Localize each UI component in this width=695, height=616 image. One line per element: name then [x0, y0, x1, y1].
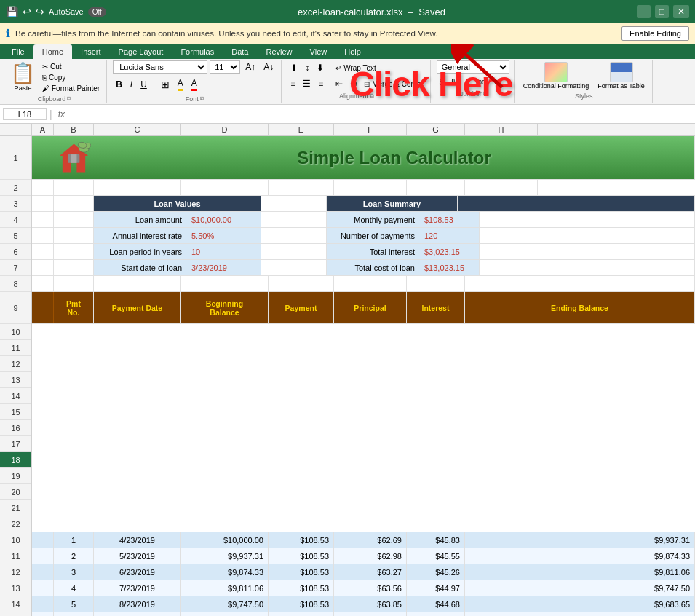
cell-e7[interactable] — [261, 260, 327, 275]
total-cost-label[interactable]: Total cost of loan — [327, 260, 421, 275]
total-interest-label[interactable]: Total interest — [327, 244, 421, 259]
row-2[interactable]: 2 — [0, 180, 31, 196]
cell-f2[interactable] — [334, 180, 407, 195]
cell-b7[interactable] — [54, 260, 94, 275]
total-interest-value[interactable]: $3,023.15 — [421, 244, 480, 259]
cell-begin-0[interactable]: $10,000.00 — [181, 532, 269, 548]
cell-a2[interactable] — [32, 180, 54, 195]
row-21[interactable]: 21 — [0, 500, 31, 516]
clipboard-expand-icon[interactable]: ⧉ — [67, 95, 71, 103]
number-format-select[interactable]: General — [437, 60, 509, 74]
cell-h6[interactable] — [480, 244, 695, 259]
col-header-c[interactable]: C — [94, 124, 181, 135]
paste-button[interactable]: 📋 Paste — [7, 62, 39, 93]
fill-color-button[interactable]: A — [175, 76, 186, 92]
cell-c8[interactable] — [94, 276, 181, 291]
cell-a4[interactable] — [32, 212, 54, 227]
cell-principal-2[interactable]: $63.27 — [334, 564, 407, 580]
cell-interest-0[interactable]: $45.83 — [407, 532, 465, 548]
cell-date-3[interactable]: 7/23/2019 — [94, 580, 181, 596]
cell-interest-5[interactable]: $44.38 — [407, 612, 465, 616]
tab-file[interactable]: File — [3, 44, 33, 59]
th-beginning-balance[interactable]: BeginningBalance — [181, 292, 269, 323]
cell-date-1[interactable]: 5/23/2019 — [94, 548, 181, 564]
start-date-label[interactable]: Start date of loan — [94, 260, 188, 275]
loan-amount-value[interactable]: $10,000.00 — [188, 212, 261, 227]
row-19[interactable]: 19 — [0, 468, 31, 484]
cell-interest-2[interactable]: $45.26 — [407, 564, 465, 580]
annual-rate-value[interactable]: 5.50% — [188, 228, 261, 243]
cell-b3[interactable] — [54, 196, 94, 211]
borders-button[interactable]: ⊞ — [158, 77, 172, 92]
increase-decimal-button[interactable]: .00 — [474, 77, 489, 87]
tab-formulas[interactable]: Formulas — [172, 44, 223, 59]
cell-principal-5[interactable]: $64.14 — [334, 612, 407, 616]
row-22[interactable]: 22 — [0, 516, 31, 532]
cell-principal-3[interactable]: $63.56 — [334, 580, 407, 596]
col-header-d[interactable]: D — [181, 124, 269, 135]
row-11[interactable]: 11 — [0, 340, 31, 356]
cell-a3[interactable] — [32, 196, 54, 211]
cell-begin-1[interactable]: $9,937.31 — [181, 548, 269, 564]
wrap-text-button[interactable]: ↵ Wrap Text — [333, 63, 378, 73]
format-painter-button[interactable]: 🖌 Format Painter — [40, 84, 102, 93]
cell-a-r2[interactable] — [32, 564, 54, 580]
cell-b1[interactable] — [54, 136, 94, 179]
cell-a8[interactable] — [32, 276, 54, 291]
close-icon[interactable]: ✕ — [673, 5, 689, 18]
cell-payment-0[interactable]: $108.53 — [269, 532, 334, 548]
col-header-b[interactable]: B — [54, 124, 94, 135]
formula-input[interactable] — [71, 108, 692, 120]
row-13[interactable]: 13 — [0, 372, 31, 388]
cell-date-0[interactable]: 4/23/2019 — [94, 532, 181, 548]
tab-view[interactable]: View — [301, 44, 336, 59]
loan-period-value[interactable]: 10 — [188, 244, 261, 259]
minimize-icon[interactable]: – — [637, 5, 651, 18]
cell-a5[interactable] — [32, 228, 54, 243]
row-17[interactable]: 17 — [0, 436, 31, 452]
cell-e6[interactable] — [261, 244, 327, 259]
cell-a-r0[interactable] — [32, 532, 54, 548]
cell-e5[interactable] — [261, 228, 327, 243]
cell-c2[interactable] — [94, 180, 181, 195]
align-left-button[interactable]: ≡ — [287, 76, 298, 91]
cell-payment-2[interactable]: $108.53 — [269, 564, 334, 580]
row-3[interactable]: 3 — [0, 196, 31, 212]
cell-b4[interactable] — [54, 212, 94, 227]
cell-h4[interactable] — [480, 212, 695, 227]
tab-help[interactable]: Help — [335, 44, 370, 59]
save-icon[interactable]: 💾 — [6, 6, 18, 17]
th-payment[interactable]: Payment — [269, 292, 334, 323]
font-name-select[interactable]: Lucida Sans — [113, 60, 207, 74]
cell-a7[interactable] — [32, 260, 54, 275]
cell-a-r5[interactable] — [32, 612, 54, 616]
monthly-payment-value[interactable]: $108.53 — [421, 212, 480, 227]
cell-date-2[interactable]: 6/23/2019 — [94, 564, 181, 580]
row-16[interactable]: 16 — [0, 420, 31, 436]
cell-ending-2[interactable]: $9,811.06 — [465, 564, 695, 580]
align-middle-button[interactable]: ↕ — [302, 60, 312, 75]
row-18[interactable]: 18 — [0, 452, 31, 468]
cell-a1[interactable] — [32, 136, 54, 179]
cell-principal-1[interactable]: $62.98 — [334, 548, 407, 564]
row-10[interactable]: 10 — [0, 532, 31, 548]
row-6[interactable]: 6 — [0, 244, 31, 260]
cell-interest-1[interactable]: $45.55 — [407, 548, 465, 564]
conditional-formatting-button[interactable]: Conditional Formatting — [520, 60, 592, 91]
row-5[interactable]: 5 — [0, 228, 31, 244]
decrease-decimal-button[interactable]: .0 — [490, 77, 501, 87]
cell-payment-3[interactable]: $108.53 — [269, 580, 334, 596]
cell-d2[interactable] — [181, 180, 269, 195]
cell-g2[interactable] — [407, 180, 465, 195]
dollar-button[interactable]: $ — [437, 76, 448, 89]
cell-date-5[interactable]: 9/23/2019 — [94, 612, 181, 616]
num-payments-value[interactable]: 120 — [421, 228, 480, 243]
font-decrease-button[interactable]: A↓ — [261, 60, 277, 74]
underline-button[interactable]: U — [138, 78, 150, 91]
spreadsheet-title[interactable]: Simple Loan Calculator — [94, 136, 695, 179]
cell-principal-4[interactable]: $63.85 — [334, 596, 407, 612]
cell-e2[interactable] — [269, 180, 334, 195]
row-13[interactable]: 13 — [0, 580, 31, 596]
cell-h5[interactable] — [480, 228, 695, 243]
cell-e4[interactable] — [261, 212, 327, 227]
